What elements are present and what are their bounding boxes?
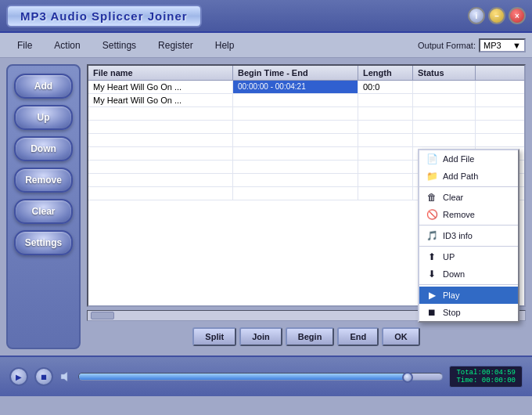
settings-button[interactable]: Settings (14, 230, 73, 255)
id3-icon: 🎵 (426, 229, 438, 242)
cell-filename-0: My Heart Will Go On ... (88, 81, 233, 93)
scrollbar-thumb[interactable] (91, 312, 114, 319)
sidebar: Add Up Down Remove Clear Settings (6, 64, 81, 349)
remove-icon: 🚫 (426, 208, 438, 221)
ctx-sep-4 (419, 284, 518, 285)
time-label: Time: (456, 377, 477, 384)
file-area: File name Begin Time - End Length Status… (87, 64, 526, 349)
close-button[interactable]: × (509, 7, 526, 24)
cell-length-1 (358, 94, 413, 106)
ctx-id3[interactable]: 🎵 ID3 info (419, 227, 518, 244)
ctx-play-label: Play (443, 290, 459, 300)
ctx-clear-label: Clear (443, 193, 463, 202)
up-button[interactable]: Up (14, 105, 73, 130)
ctx-sep-1 (419, 186, 518, 187)
ctx-id3-label: ID3 info (443, 231, 473, 240)
current-time-line: Time: 00:00:00 (456, 377, 516, 384)
add-button[interactable]: Add (14, 74, 73, 99)
play-button[interactable]: ▶ (9, 367, 28, 386)
cell-status-1 (413, 94, 476, 106)
volume-icon (59, 370, 72, 383)
split-button[interactable]: Split (192, 327, 236, 346)
ctx-clear[interactable]: 🗑 Clear (419, 189, 518, 206)
player-track[interactable] (78, 373, 443, 381)
remove-button[interactable]: Remove (14, 168, 73, 193)
player-time-info: Total: 00:04:59 Time: 00:00:00 (449, 366, 523, 388)
ctx-sep-2 (419, 225, 518, 226)
file-table-wrapper: File name Begin Time - End Length Status… (87, 64, 526, 321)
col-filename: File name (88, 66, 233, 80)
ctx-up[interactable]: ⬆ UP (419, 248, 518, 265)
total-time-line: Total: 00:04:59 (456, 369, 516, 377)
stop-icon: ⏹ (426, 306, 438, 319)
ok-button[interactable]: OK (382, 327, 420, 346)
total-label: Total: (456, 369, 481, 377)
info-button[interactable]: i (468, 7, 485, 24)
output-format-group: Output Format: MP3 ▼ (418, 38, 526, 52)
output-format-label: Output Format: (418, 41, 476, 50)
menu-action[interactable]: Action (43, 37, 91, 54)
player-bar: ▶ ⏹ Total: 00:04:59 Time: 00:00:00 (0, 355, 532, 396)
table-row (88, 134, 524, 147)
table-row (88, 107, 524, 121)
ctx-add-file[interactable]: 📄 Add File (419, 150, 518, 168)
col-time: Begin Time - End (233, 66, 358, 80)
action-buttons: Split Join Begin End OK (87, 324, 526, 349)
menu-file[interactable]: File (6, 37, 43, 54)
down-icon: ⬇ (426, 268, 438, 280)
table-row[interactable]: My Heart Will Go On ... 00:00:00 - 00:04… (88, 81, 524, 94)
player-thumb[interactable] (402, 372, 413, 383)
add-file-icon: 📄 (426, 153, 438, 165)
player-progress (79, 374, 406, 380)
up-icon: ⬆ (426, 251, 438, 263)
join-button[interactable]: Join (239, 327, 282, 346)
play-icon: ▶ (426, 289, 438, 301)
time-value: 00:00:00 (482, 377, 516, 384)
table-row (88, 121, 524, 134)
end-button[interactable]: End (337, 327, 379, 346)
main-area: Add Up Down Remove Clear Settings File n… (0, 58, 532, 355)
total-value: 00:04:59 (482, 369, 516, 377)
window-controls: i – × (468, 7, 526, 24)
output-format-select[interactable]: MP3 ▼ (479, 38, 526, 52)
cell-time-1 (233, 94, 358, 106)
menu-register[interactable]: Register (147, 37, 204, 54)
table-header: File name Begin Time - End Length Status (88, 66, 524, 81)
ctx-up-label: UP (443, 252, 455, 262)
cell-filename-1: My Heart Will Go On ... (88, 94, 233, 106)
cell-time-0: 00:00:00 - 00:04:21 (233, 81, 358, 93)
ctx-down-label: Down (443, 269, 465, 279)
context-menu: 📄 Add File 📁 Add Path 🗑 Clear 🚫 Remove (418, 149, 519, 323)
ctx-play[interactable]: ▶ Play (419, 287, 518, 304)
ctx-sep-3 (419, 246, 518, 247)
ctx-stop[interactable]: ⏹ Stop (419, 304, 518, 321)
col-length: Length (358, 66, 413, 80)
ctx-remove[interactable]: 🚫 Remove (419, 206, 518, 223)
stop-button[interactable]: ⏹ (34, 367, 53, 386)
ctx-add-path[interactable]: 📁 Add Path (419, 168, 518, 185)
app-title: MP3 Audio Spliccer Joiner (6, 5, 202, 27)
ctx-remove-label: Remove (443, 210, 475, 219)
minimize-button[interactable]: – (488, 7, 505, 24)
col-status: Status (413, 66, 476, 80)
cell-length-0: 00:0 (358, 81, 413, 93)
add-path-icon: 📁 (426, 170, 438, 182)
ctx-add-file-label: Add File (443, 154, 474, 164)
ctx-down[interactable]: ⬇ Down (419, 265, 518, 283)
clear-button[interactable]: Clear (14, 199, 73, 224)
begin-button[interactable]: Begin (286, 327, 335, 346)
down-button[interactable]: Down (14, 136, 73, 161)
menu-settings[interactable]: Settings (92, 37, 147, 54)
menu-bar: File Action Settings Register Help Outpu… (0, 33, 532, 58)
clear-icon: 🗑 (426, 191, 438, 204)
svg-marker-0 (61, 372, 67, 381)
title-bar: MP3 Audio Spliccer Joiner i – × (0, 0, 532, 33)
ctx-add-path-label: Add Path (443, 171, 478, 181)
cell-status-0 (413, 81, 476, 93)
table-row[interactable]: My Heart Will Go On ... (88, 94, 524, 107)
menu-help[interactable]: Help (204, 37, 246, 54)
ctx-stop-label: Stop (443, 308, 461, 317)
